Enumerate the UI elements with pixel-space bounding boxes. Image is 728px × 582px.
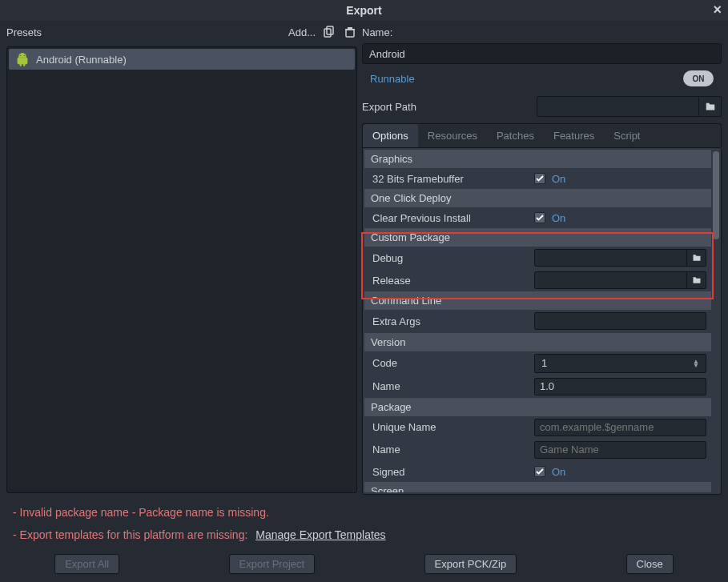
window-title: Export <box>346 4 381 17</box>
section-custom-package: Custom Package <box>364 228 711 247</box>
prop-version-name-input[interactable] <box>534 378 706 395</box>
name-label: Name: <box>362 26 392 38</box>
svg-point-5 <box>20 55 21 56</box>
prop-extra-args-label: Extra Args <box>369 315 529 327</box>
prop-package-name-input[interactable] <box>534 441 706 459</box>
svg-rect-3 <box>348 27 352 29</box>
tab-resources[interactable]: Resources <box>418 124 487 147</box>
prop-code-input[interactable]: 1 ▲▼ <box>534 354 706 373</box>
export-pck-zip-button[interactable]: Export PCK/Zip <box>424 554 517 574</box>
preset-item-android[interactable]: Android (Runnable) <box>9 49 355 70</box>
svg-point-6 <box>24 55 25 56</box>
export-all-button[interactable]: Export All <box>54 554 119 574</box>
runnable-label: Runnable <box>370 73 415 85</box>
prop-32-bits-framebuffer-on: On <box>552 173 565 185</box>
warning-missing-templates-text: - Export templates for this platform are… <box>13 528 247 541</box>
export-path-label: Export Path <box>362 101 530 113</box>
prop-clear-previous-install-label: Clear Previous Install <box>369 212 529 224</box>
section-screen: Screen <box>364 482 711 492</box>
prop-signed-checkbox[interactable] <box>534 466 545 477</box>
svg-rect-4 <box>345 29 355 30</box>
scrollbar[interactable] <box>713 151 719 491</box>
presets-label: Presets <box>6 26 42 38</box>
prop-code-label: Code <box>369 357 529 369</box>
section-package: Package <box>364 398 711 416</box>
prop-package-name-label: Name <box>369 444 529 456</box>
section-graphics: Graphics <box>364 150 711 168</box>
prop-debug-browse-button[interactable] <box>687 249 706 267</box>
prop-release-browse-button[interactable] <box>687 271 706 289</box>
scrollbar-thumb[interactable] <box>713 151 719 239</box>
prop-code-value: 1 <box>541 357 547 369</box>
preset-item-label: Android (Runnable) <box>36 54 127 66</box>
prop-32-bits-framebuffer-label: 32 Bits Framebuffer <box>369 173 529 185</box>
prop-release-input[interactable] <box>534 271 687 289</box>
prop-debug-input[interactable] <box>534 249 687 267</box>
close-icon[interactable]: × <box>713 2 722 18</box>
add-preset-button[interactable]: Add... <box>288 26 316 38</box>
section-version: Version <box>364 333 711 351</box>
prop-signed-label: Signed <box>369 466 529 478</box>
manage-export-templates-link[interactable]: Manage Export Templates <box>255 528 385 541</box>
prop-clear-previous-install-on: On <box>552 212 565 224</box>
prop-unique-name-label: Unique Name <box>369 421 529 433</box>
warning-missing-templates: - Export templates for this platform are… <box>13 524 715 546</box>
section-command-line: Command Line <box>364 291 711 310</box>
android-icon <box>15 52 30 66</box>
tabs: Options Resources Patches Features Scrip… <box>362 123 722 147</box>
prop-32-bits-framebuffer-checkbox[interactable] <box>534 173 545 184</box>
export-path-input[interactable] <box>537 96 699 117</box>
prop-debug-label: Debug <box>369 252 529 264</box>
tab-script[interactable]: Script <box>604 124 650 147</box>
close-button[interactable]: Close <box>626 554 674 574</box>
prop-unique-name-input[interactable] <box>534 419 706 436</box>
section-one-click-deploy: One Click Deploy <box>364 189 711 207</box>
svg-rect-0 <box>324 29 331 37</box>
name-input[interactable] <box>362 43 722 64</box>
export-path-browse-button[interactable] <box>699 96 722 117</box>
prop-clear-previous-install-checkbox[interactable] <box>534 212 545 223</box>
prop-signed-on: On <box>552 466 565 478</box>
svg-rect-1 <box>327 26 333 34</box>
copy-preset-icon[interactable] <box>322 25 336 39</box>
updown-icon: ▲▼ <box>693 359 699 367</box>
tab-options[interactable]: Options <box>363 124 418 147</box>
tab-features[interactable]: Features <box>544 124 604 147</box>
svg-rect-2 <box>346 30 354 37</box>
tab-patches[interactable]: Patches <box>487 124 544 147</box>
options-inspector: Graphics 32 Bits Framebuffer On One Clic… <box>362 147 722 495</box>
prop-release-label: Release <box>369 275 529 287</box>
warning-invalid-package: - Invalid package name - Package name is… <box>13 501 715 524</box>
preset-list: Android (Runnable) <box>6 46 357 493</box>
title-bar: Export × <box>0 0 728 21</box>
prop-version-name-label: Name <box>369 380 529 392</box>
prop-extra-args-input[interactable] <box>534 312 706 330</box>
export-project-button[interactable]: Export Project <box>229 554 316 574</box>
runnable-toggle[interactable]: ON <box>683 70 714 86</box>
delete-preset-icon[interactable] <box>343 25 357 39</box>
